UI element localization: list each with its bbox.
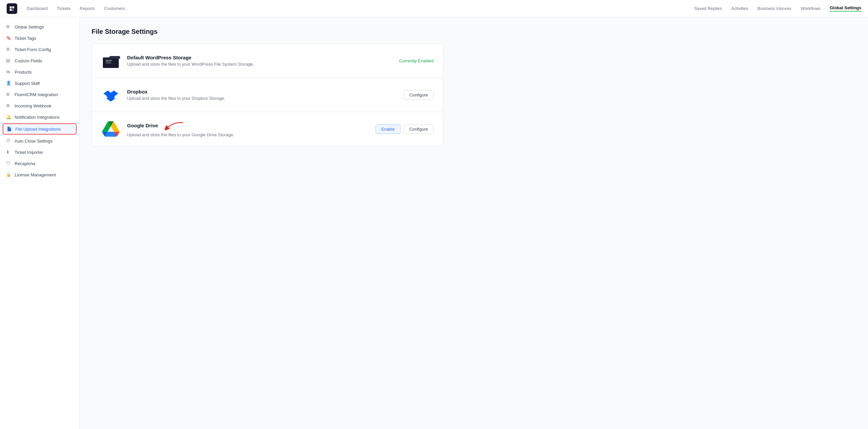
form-icon: ⚙ — [6, 47, 11, 52]
dropbox-icon — [102, 86, 119, 103]
nav-saved-replies[interactable]: Saved Replies — [694, 6, 722, 11]
dropbox-logo — [101, 85, 120, 104]
red-arrow-annotation — [162, 121, 185, 131]
dropbox-configure-button[interactable]: Configure — [404, 90, 434, 100]
gdrive-storage-name: Google Drive — [127, 121, 369, 131]
storage-item-dropbox: Dropbox Upload and store the files to yo… — [92, 78, 443, 112]
nav-business-inboxes[interactable]: Business Inboxes — [757, 6, 792, 11]
svg-rect-3 — [105, 63, 112, 63]
wordpress-storage-action: Currently Enabled — [399, 58, 434, 63]
gdrive-storage-action: Enable Configure — [376, 124, 434, 134]
tag-icon: 🔖 — [6, 35, 11, 41]
gdrive-storage-info: Google Drive Upload and store the files … — [127, 121, 369, 137]
nav-activities[interactable]: Activities — [731, 6, 748, 11]
enabled-badge: Currently Enabled — [399, 58, 434, 63]
fields-icon: ▤ — [6, 58, 11, 63]
storage-list: Default WordPress Storage Upload and sto… — [92, 43, 443, 146]
sidebar-item-file-upload[interactable]: File Upload Integrations — [3, 123, 76, 135]
topnav: Dashboard Tickets Reports Customers Save… — [0, 0, 868, 17]
sidebar-item-products[interactable]: 🛍 Products — [0, 66, 79, 77]
nav-workflows[interactable]: Workflows — [801, 6, 820, 11]
webhook-icon: ⚙ — [6, 103, 11, 108]
notification-icon: 🔔 — [6, 114, 11, 120]
red-curved-arrow — [165, 121, 185, 131]
topnav-left-links: Dashboard Tickets Reports Customers — [27, 5, 125, 12]
topnav-right-links: Saved Replies Activities Business Inboxe… — [694, 5, 861, 11]
sidebar-item-recaptcha[interactable]: 🛡 Recaptcha — [0, 158, 79, 169]
recaptcha-icon: 🛡 — [6, 161, 11, 166]
app-logo[interactable] — [7, 3, 17, 14]
storage-item-gdrive: Google Drive Upload and store the files … — [92, 112, 443, 146]
nav-tickets[interactable]: Tickets — [57, 5, 71, 12]
products-icon: 🛍 — [6, 69, 11, 75]
logo-icon — [9, 5, 15, 12]
sidebar-item-ticket-form-config[interactable]: ⚙ Ticket Form Config — [0, 44, 79, 55]
nav-customers[interactable]: Customers — [104, 5, 125, 12]
sidebar: ⚙ Global Settings 🔖 Ticket Tags ⚙ Ticket… — [0, 17, 80, 429]
wordpress-folder-icon — [101, 52, 120, 70]
wordpress-storage-info: Default WordPress Storage Upload and sto… — [127, 55, 393, 67]
settings-icon: ⚙ — [6, 24, 11, 30]
nav-dashboard[interactable]: Dashboard — [27, 5, 48, 12]
sidebar-item-ticket-tags[interactable]: 🔖 Ticket Tags — [0, 32, 79, 44]
crm-icon: ⚙ — [6, 92, 11, 97]
wordpress-storage-desc: Upload and store the files to your WordP… — [127, 62, 393, 67]
gdrive-icon — [102, 120, 119, 138]
upload-icon — [7, 126, 12, 132]
sidebar-item-license[interactable]: 🔒 License Management — [0, 169, 79, 180]
gdrive-enable-button[interactable]: Enable — [376, 124, 400, 134]
main-content: File Storage Settings Default — [80, 17, 868, 429]
sidebar-item-incoming-webhook[interactable]: ⚙ Incoming Webhook — [0, 100, 79, 111]
wordpress-logo — [101, 51, 120, 70]
svg-rect-2 — [105, 61, 111, 62]
importer-icon: ⬇ — [6, 150, 11, 155]
nav-global-settings[interactable]: Global Settings — [830, 5, 861, 11]
sidebar-item-auto-close[interactable]: ⏱ Auto Close Settings — [0, 135, 79, 146]
sidebar-item-global-settings[interactable]: ⚙ Global Settings — [0, 21, 79, 32]
sidebar-item-support-staff[interactable]: 👤 Support Staff — [0, 77, 79, 89]
autoclose-icon: ⏱ — [6, 138, 11, 143]
license-icon: 🔒 — [6, 172, 11, 177]
sidebar-item-ticket-importer[interactable]: ⬇ Ticket Importer — [0, 146, 79, 158]
dropbox-storage-info: Dropbox Upload and store the files to yo… — [127, 89, 397, 101]
sidebar-item-custom-fields[interactable]: ▤ Custom Fields — [0, 55, 79, 66]
gdrive-configure-button[interactable]: Configure — [404, 124, 434, 134]
dropbox-storage-desc: Upload and store the files to your Dropb… — [127, 96, 397, 101]
gdrive-logo — [101, 119, 120, 139]
main-layout: ⚙ Global Settings 🔖 Ticket Tags ⚙ Ticket… — [0, 17, 868, 429]
svg-rect-1 — [105, 60, 112, 61]
page-title: File Storage Settings — [92, 28, 856, 35]
sidebar-item-notification-integrations[interactable]: 🔔 Notification Integrations — [0, 111, 79, 123]
staff-icon: 👤 — [6, 80, 11, 86]
gdrive-storage-desc: Upload and store the files to your Googl… — [127, 132, 369, 137]
wordpress-storage-name: Default WordPress Storage — [127, 55, 393, 60]
dropbox-storage-action: Configure — [404, 90, 434, 100]
nav-reports[interactable]: Reports — [80, 5, 95, 12]
dropbox-storage-name: Dropbox — [127, 89, 397, 95]
storage-item-wordpress: Default WordPress Storage Upload and sto… — [92, 44, 443, 78]
sidebar-item-fluentcrm[interactable]: ⚙ FluentCRM Integration — [0, 89, 79, 100]
